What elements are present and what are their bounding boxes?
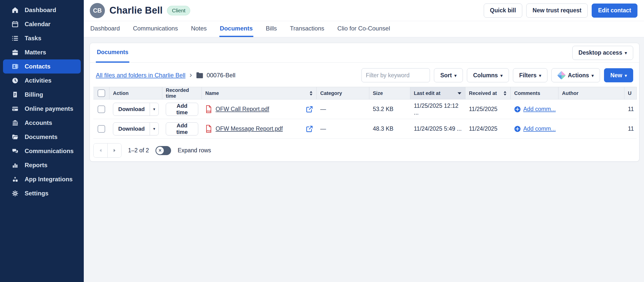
bank-icon [11, 119, 19, 127]
receipt-icon [11, 91, 19, 99]
page-title: Charlie Bell [109, 5, 163, 16]
quick-bill-button[interactable]: Quick bill [484, 4, 522, 18]
chevron-down-icon: ▾ [454, 74, 457, 78]
prev-page-button[interactable] [94, 144, 107, 157]
main-area: CB Charlie Bell Client Quick bill New tr… [84, 0, 644, 282]
document-link[interactable]: OFW Call Report.pdf [216, 106, 269, 113]
download-split-button[interactable]: Download ▾ [113, 122, 159, 135]
sidebar-item-matters[interactable]: Matters [3, 45, 81, 59]
col-last-edit-at[interactable]: Last edit at [410, 87, 465, 99]
chevron-down-icon[interactable]: ▾ [150, 123, 158, 135]
sidebar-item-activities[interactable]: Activities [3, 74, 81, 88]
author-cell [558, 99, 624, 119]
tab-documents[interactable]: Documents [219, 21, 253, 37]
external-link-icon[interactable] [306, 105, 313, 113]
calendar-icon [11, 20, 19, 28]
sidebar-item-reports[interactable]: Reports [3, 158, 81, 172]
gear-icon [11, 189, 19, 197]
sidebar-item-app-integrations[interactable]: App Integrations [3, 172, 81, 186]
chevron-down-icon: ▾ [592, 74, 594, 78]
toggle-off-x-icon: × [156, 147, 164, 154]
folder-icon [11, 133, 19, 141]
actions-button[interactable]: Actions ▾ [551, 68, 600, 82]
chevron-down-icon: ▾ [500, 74, 503, 78]
columns-button[interactable]: Columns ▾ [467, 68, 509, 82]
breadcrumb-current-folder: 00076-Bell [207, 72, 235, 79]
add-comment-link[interactable]: Add comm... [514, 106, 556, 113]
plus-circle-icon [514, 126, 521, 132]
document-link[interactable]: OFW Message Report.pdf [216, 125, 283, 132]
sidebar-item-tasks[interactable]: Tasks [3, 31, 81, 45]
col-recorded-time: Recorded time [162, 87, 202, 99]
edit-contact-button[interactable]: Edit contact [592, 4, 637, 18]
sidebar-item-communications[interactable]: Communications [3, 144, 81, 158]
add-comment-link[interactable]: Add comm... [514, 125, 556, 132]
category-cell: — [317, 119, 369, 139]
size-cell: 53.2 KB [369, 99, 410, 119]
col-category: Category [317, 87, 369, 99]
select-all-cell [93, 87, 109, 99]
add-time-button[interactable]: Add time [166, 103, 198, 116]
name-cell: PDF OFW Call Report.pdf [202, 99, 317, 119]
desktop-access-button[interactable]: Desktop access ▾ [572, 46, 633, 60]
comments-cell: Add comm... [511, 99, 558, 119]
tab-transactions[interactable]: Transactions [290, 21, 325, 37]
briefcase-icon [11, 48, 19, 56]
tab-dashboard[interactable]: Dashboard [90, 21, 120, 37]
tab-notes[interactable]: Notes [190, 21, 207, 37]
updated-cell-clipped: 11 [624, 99, 637, 119]
col-name[interactable]: Name [202, 87, 317, 99]
sidebar-item-settings[interactable]: Settings [3, 186, 81, 200]
filter-keyword-input[interactable] [361, 68, 430, 82]
row-checkbox[interactable] [98, 125, 105, 133]
action-cell: Download ▾ [109, 119, 162, 139]
row-checkbox[interactable] [98, 105, 105, 113]
updated-cell-clipped: 11 [624, 119, 637, 139]
chevron-down-icon: ▾ [539, 74, 541, 78]
pagination: 1–2 of 2 × Expand rows [90, 139, 639, 158]
sidebar-item-calendar[interactable]: Calendar [3, 17, 81, 31]
breadcrumb: All files and folders in Charlie Bell › … [96, 72, 235, 79]
recorded-time-cell: Add time [162, 99, 202, 119]
chevron-down-icon[interactable]: ▾ [150, 103, 158, 116]
sort-updown-icon [309, 91, 313, 96]
client-badge: Client [167, 6, 190, 15]
category-cell: — [317, 99, 369, 119]
external-link-icon[interactable] [306, 125, 313, 133]
svg-text:PDF: PDF [207, 110, 211, 113]
col-received-at[interactable]: Received at [465, 87, 511, 99]
sidebar-item-documents[interactable]: Documents [3, 130, 81, 144]
new-button[interactable]: New ▾ [604, 68, 633, 82]
expand-rows-toggle[interactable]: × [155, 146, 171, 155]
documents-subtab[interactable]: Documents [96, 43, 129, 63]
add-time-button[interactable]: Add time [166, 122, 198, 135]
new-trust-request-button[interactable]: New trust request [526, 4, 588, 18]
name-cell: PDF OFW Message Report.pdf [202, 119, 317, 139]
action-cell: Download ▾ [109, 99, 162, 119]
received-cell: 11/25/2025 [465, 99, 511, 119]
tab-communications[interactable]: Communications [132, 21, 178, 37]
col-action: Action [109, 87, 162, 99]
chat-icon [11, 147, 19, 155]
sidebar-item-dashboard[interactable]: Dashboard [3, 3, 81, 17]
tab-clio-co-counsel[interactable]: Clio for Co-Counsel [337, 21, 390, 37]
sidebar-item-billing[interactable]: Billing [3, 88, 81, 102]
col-size: Size [369, 87, 410, 99]
tab-bills[interactable]: Bills [265, 21, 277, 37]
select-all-checkbox[interactable] [98, 89, 105, 97]
filters-button[interactable]: Filters ▾ [513, 68, 548, 82]
sidebar-item-accounts[interactable]: Accounts [3, 116, 81, 130]
col-author: Author [558, 87, 624, 99]
col-updated-clipped: U [624, 87, 637, 99]
breadcrumb-root-link[interactable]: All files and folders in Charlie Bell [96, 72, 185, 79]
received-cell: 11/24/2025 [465, 119, 511, 139]
next-page-button[interactable] [107, 144, 121, 157]
sidebar-item-contacts[interactable]: Contacts [3, 59, 81, 74]
home-icon [11, 6, 19, 14]
bar-chart-icon [11, 161, 19, 169]
sidebar-item-online-payments[interactable]: Online payments [3, 102, 81, 116]
download-split-button[interactable]: Download ▾ [113, 103, 159, 116]
sort-updown-icon [503, 91, 507, 96]
sort-button[interactable]: Sort ▾ [434, 68, 463, 82]
chevron-down-icon: ▾ [625, 74, 627, 78]
